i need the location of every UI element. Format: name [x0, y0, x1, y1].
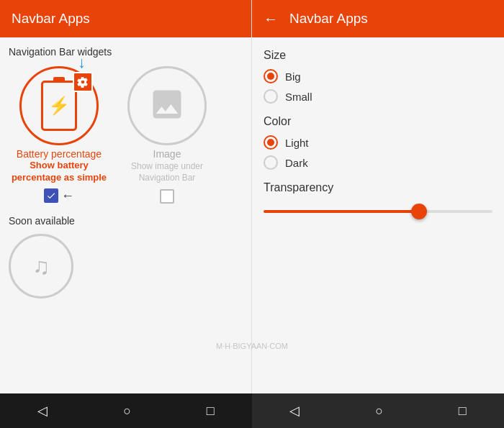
battery-sublabel: Show battery percentage as simple — [9, 160, 109, 184]
nav-home-left[interactable]: ○ — [117, 398, 137, 424]
size-big-label: Big — [285, 70, 301, 83]
gear-icon — [77, 76, 89, 88]
size-big-option[interactable]: Big — [264, 69, 492, 83]
size-big-radio-dot — [267, 73, 274, 80]
color-dark-label: Dark — [285, 157, 308, 169]
color-section: Color Light Dark — [264, 115, 492, 170]
music-widget-circle: ♫ — [9, 234, 73, 299]
left-title: Navbar Apps — [12, 11, 90, 27]
battery-checkbox[interactable] — [44, 188, 58, 203]
check-icon — [46, 191, 56, 201]
nav-back-right[interactable]: ◁ — [284, 397, 305, 424]
slider-track-wrapper — [264, 210, 492, 213]
size-section: Size Big Small — [264, 49, 492, 104]
transparency-section: Transparency — [264, 181, 492, 219]
arrow-down-icon: ↓ — [78, 53, 86, 72]
bottom-nav: ◁ ○ □ ◁ ○ □ — [0, 393, 504, 428]
slider-thumb[interactable] — [411, 204, 427, 219]
color-light-label: Light — [285, 137, 309, 149]
widgets-row: ↓ ⚡ Battery percentage S — [9, 66, 243, 204]
color-dark-radio[interactable] — [264, 155, 278, 170]
nav-home-right[interactable]: ○ — [369, 398, 389, 424]
slider-track-filled — [264, 210, 419, 213]
size-big-radio[interactable] — [264, 69, 278, 83]
gear-badge — [73, 72, 93, 92]
image-icon-wrapper — [127, 66, 207, 145]
right-content: Size Big Small Color — [252, 37, 504, 393]
image-label: Image — [153, 148, 181, 160]
nav-recents-left[interactable]: □ — [201, 398, 220, 424]
size-small-label: Small — [285, 91, 312, 103]
size-small-option[interactable]: Small — [264, 89, 492, 104]
battery-inner: ⚡ — [41, 81, 77, 131]
left-content: Navigation Bar widgets ↓ ⚡ — [0, 37, 251, 393]
left-panel: Navbar Apps Navigation Bar widgets ↓ ⚡ — [0, 0, 252, 393]
music-icon: ♫ — [32, 253, 50, 280]
right-header: ← Navbar Apps — [252, 0, 504, 37]
lightning-icon: ⚡ — [48, 96, 70, 116]
battery-label: Battery percentage — [17, 148, 102, 160]
color-light-radio-dot — [267, 139, 274, 146]
image-circle — [127, 66, 207, 145]
left-header: Navbar Apps — [0, 0, 251, 37]
image-widget[interactable]: Image Show image under Navigation Bar — [117, 66, 217, 204]
color-light-radio[interactable] — [264, 135, 278, 150]
right-panel: ← Navbar Apps Size Big Small C — [252, 0, 504, 393]
battery-checkbox-row: ← — [44, 188, 74, 204]
nav-left: ◁ ○ □ — [0, 393, 252, 428]
color-label: Color — [264, 115, 492, 128]
nav-recents-right[interactable]: □ — [453, 398, 472, 424]
size-small-radio[interactable] — [264, 89, 278, 104]
color-dark-option[interactable]: Dark — [264, 155, 492, 170]
battery-icon-wrapper: ↓ ⚡ — [19, 66, 99, 145]
slider-container — [264, 204, 492, 219]
soon-section: Soon available ♫ — [9, 215, 243, 299]
battery-widget[interactable]: ↓ ⚡ Battery percentage S — [9, 66, 109, 204]
image-checkbox[interactable] — [160, 189, 174, 204]
right-title: Navbar Apps — [289, 11, 368, 27]
back-button[interactable]: ← — [264, 11, 278, 27]
section-title: Navigation Bar widgets — [9, 46, 243, 58]
nav-back-left[interactable]: ◁ — [32, 397, 53, 424]
color-light-option[interactable]: Light — [264, 135, 492, 150]
size-label: Size — [264, 49, 492, 62]
arrow-left-icon: ← — [61, 188, 74, 204]
soon-title: Soon available — [9, 215, 243, 227]
slider-track-empty — [419, 210, 492, 213]
image-placeholder-icon — [148, 86, 186, 126]
transparency-label: Transparency — [264, 181, 492, 194]
image-sublabel: Show image under Navigation Bar — [117, 161, 217, 183]
nav-right: ◁ ○ □ — [252, 393, 504, 428]
